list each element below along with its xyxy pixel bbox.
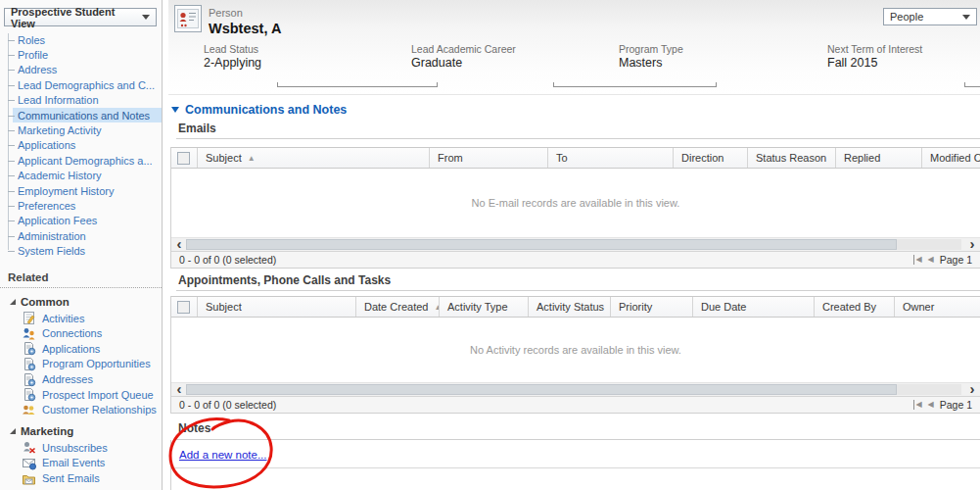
column-header-owner[interactable]: Owner (894, 297, 980, 317)
sidebar-item-administration[interactable]: Administration (0, 228, 162, 243)
scrollbar-thumb[interactable] (186, 384, 897, 395)
add-note-link[interactable]: Add a new note... (179, 449, 267, 461)
related-item-activities[interactable]: Activities (0, 311, 162, 326)
view-selector-dropdown[interactable]: Prospective Student View (4, 8, 157, 26)
expander-icon (10, 428, 16, 434)
related-item-label: Activities (42, 313, 84, 324)
notes-section: Add a new note... (170, 440, 980, 490)
sidebar-item-academic-history[interactable]: Academic History (0, 169, 162, 183)
sent-emails-icon (22, 471, 36, 486)
sidebar-item-label: Application Fees (18, 215, 97, 226)
related-group-marketing[interactable]: Marketing (10, 425, 162, 437)
chevron-down-icon (142, 15, 150, 20)
emails-grid-pager: 0 - 0 of 0 (0 selected) ◀ ◀ Page 1 (171, 251, 980, 269)
column-header-direction[interactable]: Direction (673, 148, 747, 168)
first-page-icon[interactable]: ◀ (913, 255, 921, 265)
column-header-created-by[interactable]: Created By (814, 297, 894, 317)
connections-icon (22, 326, 36, 341)
related-item-label: Addresses (42, 373, 93, 385)
column-header-priority[interactable]: Priority (610, 297, 692, 317)
sidebar-item-applicant-demographics-a[interactable]: Applicant Demographics a... (0, 153, 162, 168)
record-count: 0 - 0 of 0 (0 selected) (179, 399, 276, 411)
column-header-from[interactable]: From (429, 148, 547, 168)
sidebar-item-application-fees[interactable]: Application Fees (0, 214, 162, 228)
scroll-right-icon[interactable]: › (965, 382, 979, 396)
sidebar-item-lead-demographics-and-c[interactable]: Lead Demographics and C... (0, 77, 162, 92)
column-header-date-created[interactable]: Date Created▲ (355, 297, 439, 317)
sidebar-item-employment-history[interactable]: Employment History (0, 183, 162, 198)
column-header-to[interactable]: To (547, 148, 673, 168)
empty-message: No Activity records are available in thi… (171, 344, 980, 356)
application-doc-icon (22, 357, 36, 371)
sidebar-item-lead-information[interactable]: Lead Information (0, 93, 162, 108)
page-label: Page 1 (940, 399, 972, 411)
sidebar-item-applications[interactable]: Applications (0, 138, 162, 153)
activities-grid-pager: 0 - 0 of 0 (0 selected) ◀ ◀ Page 1 (171, 396, 980, 414)
first-page-icon[interactable]: ◀ (913, 400, 921, 410)
related-item-customer-relationships[interactable]: Customer Relationships (0, 402, 162, 417)
sidebar-item-profile[interactable]: Profile (0, 47, 162, 62)
scroll-left-icon[interactable]: ‹ (172, 237, 186, 251)
entity-label: Person (209, 7, 243, 19)
related-heading: Related (8, 271, 162, 283)
column-header-replied[interactable]: Replied (835, 148, 921, 168)
sidebar-item-address[interactable]: Address (0, 63, 162, 77)
column-header-status-reason[interactable]: Status Reason (747, 148, 835, 168)
scrollbar-track[interactable] (186, 384, 961, 395)
sidebar: Prospective Student View RolesProfileAdd… (0, 0, 163, 490)
scrollbar-track[interactable] (186, 239, 961, 250)
header-field-value[interactable]: Graduate (411, 56, 462, 70)
column-header-activity-type[interactable]: Activity Type (439, 297, 528, 317)
previous-page-icon[interactable]: ◀ (928, 255, 934, 265)
sidebar-item-preferences[interactable]: Preferences (0, 198, 162, 213)
column-header-subject[interactable]: Subject▲ (197, 148, 429, 168)
related-item-email-events[interactable]: Email Events (0, 456, 162, 471)
sidebar-item-label: Applicant Demographics a... (18, 155, 153, 167)
related-item-connections[interactable]: Connections (0, 325, 162, 341)
emails-grid-title: Emails (178, 122, 216, 135)
previous-page-icon[interactable]: ◀ (928, 400, 934, 410)
select-all-checkbox[interactable] (171, 148, 197, 168)
activities-h-scrollbar[interactable]: ‹ › (171, 382, 980, 396)
header-field-value[interactable]: 2-Applying (204, 56, 261, 70)
scroll-left-icon[interactable]: ‹ (172, 382, 186, 396)
scrollbar-thumb[interactable] (186, 239, 897, 250)
column-header-subject[interactable]: Subject (197, 297, 355, 317)
sidebar-item-communications-and-notes[interactable]: Communications and Notes (0, 108, 162, 122)
emails-grid: Subject▲FromToDirectionStatus ReasonRepl… (170, 147, 980, 269)
sidebar-item-system-fields[interactable]: System Fields (0, 243, 162, 258)
related-item-applications[interactable]: Applications (0, 341, 162, 357)
chevron-down-icon (962, 15, 970, 20)
divider (171, 467, 980, 468)
emails-h-scrollbar[interactable]: ‹ › (171, 237, 980, 251)
sort-asc-icon: ▲ (248, 154, 256, 163)
column-header-activity-status[interactable]: Activity Status (528, 297, 610, 317)
sidebar-item-roles[interactable]: Roles (0, 32, 162, 47)
entity-switcher-dropdown[interactable]: People (883, 8, 977, 25)
view-selector-label: Prospective Student View (11, 6, 142, 29)
related-item-unsubscribes[interactable]: Unsubscribes (0, 440, 162, 456)
column-header-modified-o[interactable]: Modified O (921, 148, 980, 168)
header-field-value[interactable]: Fall 2015 (827, 56, 877, 70)
activities-grid-header-row: SubjectDate Created▲Activity TypeActivit… (171, 296, 980, 318)
related-item-prospect-import-queue[interactable]: Prospect Import Queue (0, 387, 162, 403)
related-item-label: Applications (42, 343, 100, 355)
checkbox-icon[interactable] (177, 152, 190, 165)
related-group-common[interactable]: Common (10, 296, 162, 308)
sidebar-item-label: Roles (18, 34, 45, 46)
checkbox-icon[interactable] (177, 301, 190, 314)
section-header-communications-and-notes[interactable]: Communications and Notes (171, 103, 347, 117)
header-field-label: Lead Academic Career (411, 43, 516, 55)
sidebar-item-marketing-activity[interactable]: Marketing Activity (0, 122, 162, 137)
related-item-program-opportunities[interactable]: Program Opportunities (0, 357, 162, 372)
related-divider (0, 287, 162, 288)
column-header-due-date[interactable]: Due Date (692, 297, 814, 317)
header-field-value[interactable]: Masters (619, 56, 662, 70)
activities-grid: SubjectDate Created▲Activity TypeActivit… (170, 296, 980, 414)
related-item-sent-emails[interactable]: Sent Emails (0, 470, 162, 486)
select-all-checkbox[interactable] (171, 297, 197, 317)
scroll-right-icon[interactable]: › (965, 237, 979, 251)
related-group-label: Common (21, 296, 70, 308)
related-item-addresses[interactable]: Addresses (0, 371, 162, 387)
application-doc-icon (22, 387, 36, 402)
